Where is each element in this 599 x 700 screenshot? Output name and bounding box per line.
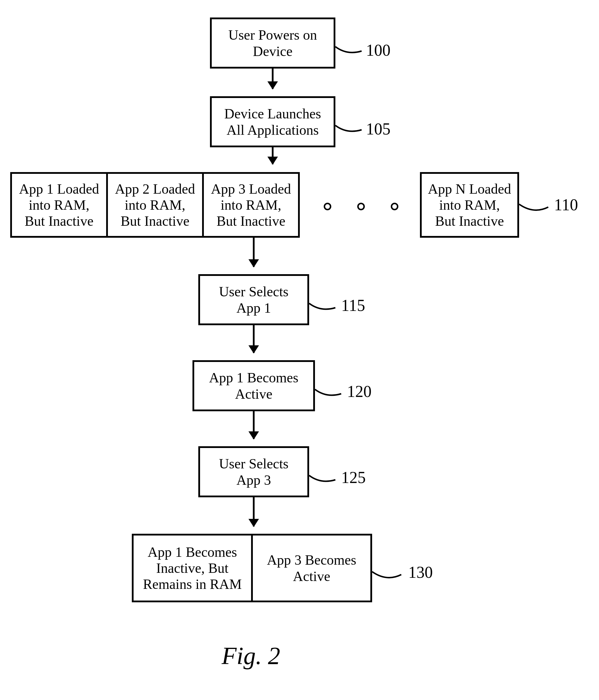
node-110-app3: App 3 Loadedinto RAM,But Inactive: [202, 172, 300, 238]
label-125: 125: [341, 468, 366, 487]
arrow-110-to-115: [253, 238, 255, 267]
node-110-appn-text: App N Loadedinto RAM,But Inactive: [428, 181, 511, 229]
node-130-app3: App 3 BecomesActive: [251, 534, 372, 602]
figure-caption: Fig. 2: [222, 642, 280, 670]
leader-125: [309, 464, 344, 487]
arrow-105-to-110: [272, 147, 274, 164]
ellipsis-dot: [357, 203, 365, 210]
leader-105: [335, 114, 370, 137]
node-125: User SelectsApp 3: [198, 446, 309, 497]
leader-130: [372, 557, 410, 583]
node-125-text: User SelectsApp 3: [219, 456, 289, 488]
ellipsis-dot: [324, 203, 331, 210]
node-110-app1-text: App 1 Loadedinto RAM,But Inactive: [19, 181, 99, 229]
arrow-125-to-130: [253, 497, 255, 526]
label-105: 105: [366, 120, 391, 138]
node-110-app3-text: App 3 Loadedinto RAM,But Inactive: [211, 181, 291, 229]
label-130: 130: [408, 563, 433, 581]
arrow-115-to-120: [253, 325, 255, 353]
arrow-120-to-125: [253, 411, 255, 439]
ellipsis-dot: [391, 203, 398, 210]
node-105-text: Device LaunchesAll Applications: [224, 106, 321, 138]
leader-115: [309, 292, 344, 315]
label-110: 110: [554, 195, 578, 214]
node-130-app3-text: App 3 BecomesActive: [267, 552, 356, 584]
leader-120: [315, 378, 350, 401]
node-100: User Powers onDevice: [210, 18, 335, 69]
node-105: Device LaunchesAll Applications: [210, 96, 335, 147]
node-100-text: User Powers onDevice: [228, 27, 317, 59]
node-115-text: User SelectsApp 1: [219, 283, 289, 316]
node-130-app1: App 1 BecomesInactive, ButRemains in RAM: [132, 534, 253, 602]
arrow-100-to-105: [272, 69, 274, 89]
node-130-app1-text: App 1 BecomesInactive, ButRemains in RAM: [143, 544, 242, 592]
node-120: App 1 BecomesActive: [193, 360, 315, 411]
flowchart-canvas: User Powers onDevice Device LaunchesAll …: [0, 0, 599, 700]
node-110-appn: App N Loadedinto RAM,But Inactive: [420, 172, 519, 238]
leader-110: [519, 190, 557, 216]
label-120: 120: [347, 382, 372, 401]
node-110-app1: App 1 Loadedinto RAM,But Inactive: [10, 172, 108, 238]
node-110-app2: App 2 Loadedinto RAM,But Inactive: [106, 172, 204, 238]
node-120-text: App 1 BecomesActive: [209, 370, 299, 402]
node-115: User SelectsApp 1: [198, 274, 309, 325]
label-115: 115: [341, 296, 365, 315]
leader-100: [335, 35, 370, 58]
node-110-app2-text: App 2 Loadedinto RAM,But Inactive: [115, 181, 195, 229]
label-100: 100: [366, 41, 391, 59]
